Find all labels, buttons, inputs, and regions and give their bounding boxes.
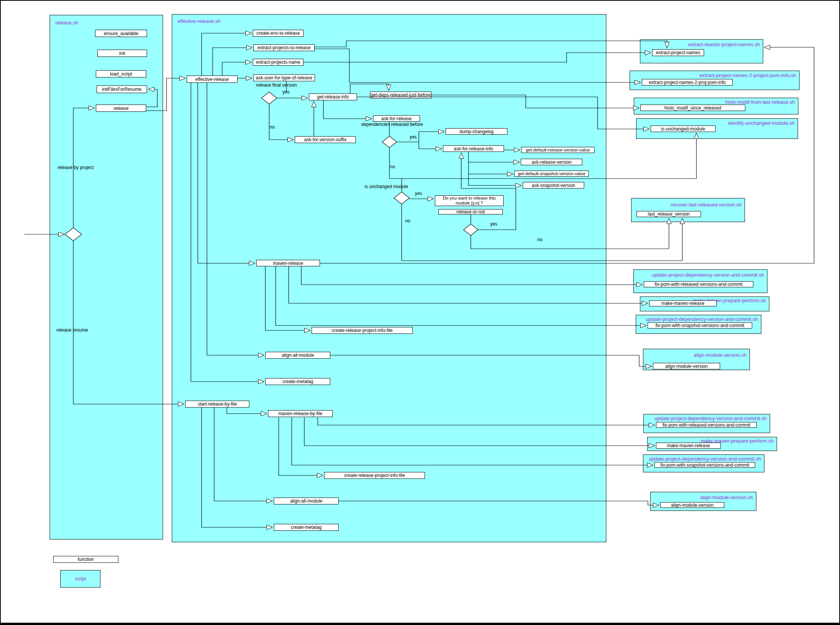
node-fix-pom-with-snapshot-versions-and-commit-1: fix-pom-with-snapshot-versions-and-commi… <box>648 322 752 329</box>
edge-label-no-unchanged: no <box>405 218 410 224</box>
node-fix-pom-with-snapshot-versions-and-commit-2: fix-pom-with-snapshot-versions-and-commi… <box>654 462 755 468</box>
node-is-unchanged-module: is-unchanged-module <box>651 126 716 132</box>
node-ask-user-for-type-of-release: ask-user-for-type-of-release <box>253 74 315 81</box>
edge-label-dependencies-released-before: dependencies released before <box>361 122 423 127</box>
node-get-release-info: get-release-info <box>309 93 357 100</box>
node-extract-project-names: extract-project-names <box>652 49 704 56</box>
edge-label-yes-deps: yes <box>410 134 417 140</box>
node-extract-projects-to-release: extract-projects-to-release <box>254 44 315 51</box>
script-title-update-project-dependency-2: update-project-dependency-version-and-co… <box>646 316 758 322</box>
edge-label-yes-release-or-not: yes <box>490 221 498 227</box>
edge-label-no-deps: no <box>390 164 395 169</box>
script-title-align-module-version-2: align-module-version.sh <box>700 495 753 500</box>
edge-label-yes-final-version: yes <box>283 89 290 95</box>
node-do-you-want-to-release: Do you want to release this module [y,n]… <box>435 195 504 206</box>
node-ask-release-version: ask-release-version <box>521 159 582 165</box>
edge-label-release-resume: release resume <box>57 327 88 333</box>
node-get-default-release-version-value: get-default-release-version-value <box>521 147 594 153</box>
node-init: init <box>97 50 147 57</box>
node-maven-release-by-file: maven-release-by-file <box>268 410 333 417</box>
edge-label-no-final-version: no <box>270 124 275 130</box>
script-title-extract-project-names-2-project-pom-info-sh: extract-project-names-2-project-pom-info… <box>699 72 796 78</box>
node-ensure-available: ensure_available <box>95 30 147 37</box>
node-maven-release: maven-release <box>256 260 320 266</box>
script-title-effective-release-sh: effective-release.sh <box>178 18 221 24</box>
node-make-maven-release-2: make-maven-release <box>656 443 721 449</box>
edge-label-is-unchanged-module: is unchanged module <box>365 184 408 189</box>
node-fix-pom-with-released-versions-and-commit-2: fix-pom-with-released-versions-and-commi… <box>656 422 757 428</box>
edge-label-release-by-project: release by project <box>58 165 94 170</box>
legend-script-box: script <box>60 570 100 588</box>
script-box-recover-last-released-version-sh: recover-last-released-version.sh <box>631 198 745 222</box>
script-title-identify-unchanged-module-sh: identify-unchanged-module.sh <box>728 120 795 126</box>
node-load-script: load_script <box>96 70 146 77</box>
node-create-metatag-2: create-metatag <box>274 524 339 531</box>
script-title-recover-last-released-version-sh: recover-last-released-version.sh <box>670 202 741 208</box>
script-title-align-module-version-1: align-module-version.sh <box>694 352 746 358</box>
node-align-all-module-2: align-all-module <box>274 498 339 504</box>
node-init-files-for-resume: initFilesForResume <box>97 85 147 93</box>
node-align-all-module-1: align-all-module <box>265 352 330 359</box>
script-box-release-sh: release.sh <box>50 15 163 540</box>
script-title-histo-modif-from-last-release-sh: histo-modif-from-last-release.sh <box>725 99 795 105</box>
node-ask-snapshot-version: ask-snapshot-version <box>523 182 584 188</box>
node-create-release-project-info-file-1: create-release-project-info-file <box>312 327 413 334</box>
node-extract-project-names-2-proj-pom-info: extract-project-names-2-proj-pom-info <box>642 79 733 85</box>
node-make-maven-release-1: make-maven-release <box>649 300 717 306</box>
node-release-or-not: release-or-not <box>438 209 503 214</box>
script-title-update-project-dependency-3: update-project-dependency-version-and-co… <box>654 416 767 421</box>
node-effective-release: effective-release <box>187 76 237 83</box>
edge-label-yes-unchanged: yes <box>415 191 422 196</box>
node-release: release <box>96 105 146 112</box>
call-graph-diagram: release.sh effective-release.sh extract-… <box>0 0 840 625</box>
node-get-deps-released-just-before: get-deps-released-just-before <box>370 92 431 98</box>
script-box-align-module-version-2: align-module-version.sh <box>650 492 756 511</box>
node-fix-pom-with-released-versions-and-commit-1: fix-pom-with-released-versions-and-commi… <box>644 281 753 287</box>
node-histo-modif-since-released: histo_modif_since_released <box>640 105 745 111</box>
node-create-release-project-info-file-2: create-release-project-info-file <box>324 472 425 479</box>
node-align-module-version-2: align-module-version <box>660 502 724 508</box>
node-dump-changelog: dump-changelog <box>446 128 507 135</box>
node-ask-for-release-info: ask-for-release-info <box>443 145 504 152</box>
script-title-update-project-dependency-1: update-project-dependency-version-and-co… <box>652 272 764 278</box>
node-ask-for-release: ask-for-release <box>373 115 420 122</box>
node-get-default-snapshot-version-value: get-default-snapshot-version-value <box>514 171 589 177</box>
edge-label-no-release-or-not: no <box>537 237 542 242</box>
edge-label-release-final-version: release final version <box>256 82 297 88</box>
node-last-release-version: last_release_version <box>636 211 701 217</box>
legend-function-box: function <box>53 556 118 563</box>
node-start-release-by-file: start-release-by-file <box>185 401 249 408</box>
node-create-env-to-release: create-env-to-release <box>253 30 304 37</box>
script-title-extract-reactor-project-names-sh: extract-reactor-project-names.sh <box>688 42 760 47</box>
node-align-module-version-1: align-module-version <box>653 363 720 369</box>
script-title-release-sh: release.sh <box>55 20 78 26</box>
node-ask-for-version-suffix: ask-for-version-suffix <box>295 136 356 143</box>
node-create-metatag-1: create-metatag <box>265 378 330 385</box>
node-extract-projects-name: extract-projects-name <box>253 59 304 66</box>
script-title-update-project-dependency-4: update-project-dependency-version-and-co… <box>649 456 761 462</box>
